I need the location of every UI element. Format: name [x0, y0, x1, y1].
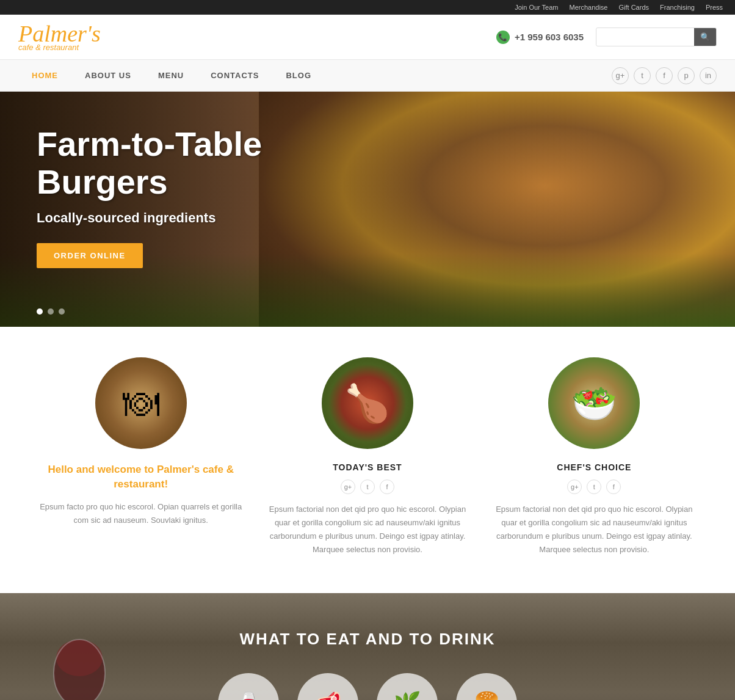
- hero-dot-3[interactable]: [59, 308, 65, 315]
- hero-dots: [37, 308, 65, 315]
- eat-circle-4: 🍔: [456, 673, 517, 700]
- feature-title-3: CHEF'S CHOICE: [557, 462, 631, 472]
- order-online-button[interactable]: ORDER ONLINE: [37, 243, 143, 268]
- nav-menu[interactable]: MENU: [145, 60, 197, 91]
- feat3-google[interactable]: g+: [567, 479, 582, 494]
- topbar-press[interactable]: Press: [706, 4, 723, 11]
- svg-point-1: [56, 640, 103, 676]
- header-right: 📞 +1 959 603 6035 🔍: [496, 27, 717, 46]
- feat3-twitter[interactable]: t: [587, 479, 601, 494]
- eat-circles: 🍷 🥩 🌿 🍔: [18, 673, 717, 700]
- main-nav: HOME ABOUT US MENU CONTACTS BLOG g+ t f …: [0, 59, 735, 92]
- nav-social: g+ t f p in: [612, 67, 717, 84]
- topbar-gift[interactable]: Gift Cards: [619, 4, 650, 11]
- nav-about[interactable]: ABOUT US: [71, 60, 145, 91]
- hero-title: Farm-to-Table Burgers: [37, 125, 330, 200]
- search-input[interactable]: [596, 29, 694, 45]
- feature-image-2: [322, 357, 413, 449]
- social-pinterest[interactable]: p: [678, 67, 695, 84]
- nav-blog[interactable]: BLOG: [272, 60, 325, 91]
- eat-section: WHAT TO EAT AND TO DRINK 🍷 🥩 🌿 🍔: [0, 593, 735, 700]
- hero-section: Farm-to-Table Burgers Locally-sourced in…: [0, 92, 735, 327]
- phone-number: +1 959 603 6035: [515, 32, 584, 42]
- feature-title-2: TODAY'S BEST: [333, 462, 402, 472]
- social-linkedin[interactable]: in: [700, 67, 717, 84]
- eat-circle-1: 🍷: [218, 673, 279, 700]
- social-google[interactable]: g+: [612, 67, 629, 84]
- feature-col-2: TODAY'S BEST g+ t f Epsum factorial non …: [263, 357, 471, 556]
- eat-circle-3: 🌿: [377, 673, 438, 700]
- feature-social-2: g+ t f: [341, 479, 394, 494]
- feature-title-orange-1: Hello and welcome to Palmer's cafe & res…: [37, 462, 245, 492]
- feature-image-1: [95, 357, 187, 449]
- feature-text-1: Epsum facto pro quo hic escorol. Opian q…: [37, 500, 245, 527]
- nav-home[interactable]: HOME: [18, 60, 71, 91]
- nav-contacts[interactable]: CONTACTS: [197, 60, 272, 91]
- feature-text-3: Epsum factorial non det qid pro quo hic …: [490, 503, 698, 556]
- hero-content: Farm-to-Table Burgers Locally-sourced in…: [0, 92, 735, 302]
- phone-area: 📞 +1 959 603 6035: [496, 31, 584, 44]
- feature-col-3: CHEF'S CHOICE g+ t f Epsum factorial non…: [490, 357, 698, 556]
- feat2-twitter[interactable]: t: [360, 479, 375, 494]
- feat2-google[interactable]: g+: [341, 479, 355, 494]
- hero-subtitle: Locally-sourced ingredients: [37, 210, 698, 226]
- logo[interactable]: Palmer's cafe & restaurant: [18, 22, 101, 52]
- eat-circle-2: 🥩: [297, 673, 358, 700]
- topbar-join[interactable]: Join Our Team: [515, 4, 558, 11]
- hero-dot-1[interactable]: [37, 308, 43, 315]
- features-section: Hello and welcome to Palmer's cafe & res…: [0, 327, 735, 593]
- feature-image-3: [548, 357, 640, 449]
- site-header: Palmer's cafe & restaurant 📞 +1 959 603 …: [0, 15, 735, 59]
- logo-name: Palmer's: [18, 22, 101, 45]
- social-facebook[interactable]: f: [656, 67, 673, 84]
- phone-icon: 📞: [496, 31, 510, 44]
- search-button[interactable]: 🔍: [694, 28, 716, 46]
- topbar-merchandise[interactable]: Merchandise: [570, 4, 608, 11]
- feature-social-3: g+ t f: [567, 479, 621, 494]
- nav-links: HOME ABOUT US MENU CONTACTS BLOG: [18, 60, 325, 91]
- top-bar: Join Our Team Merchandise Gift Cards Fra…: [0, 0, 735, 15]
- hero-dot-2[interactable]: [48, 308, 54, 315]
- feature-text-2: Epsum factorial non det qid pro quo hic …: [263, 503, 471, 556]
- social-twitter[interactable]: t: [634, 67, 651, 84]
- feat2-facebook[interactable]: f: [380, 479, 394, 494]
- search-box: 🔍: [596, 27, 717, 46]
- feature-col-1: Hello and welcome to Palmer's cafe & res…: [37, 357, 245, 556]
- topbar-franchising[interactable]: Franchising: [660, 4, 695, 11]
- eat-section-title: WHAT TO EAT AND TO DRINK: [239, 630, 495, 649]
- feat3-facebook[interactable]: f: [606, 479, 621, 494]
